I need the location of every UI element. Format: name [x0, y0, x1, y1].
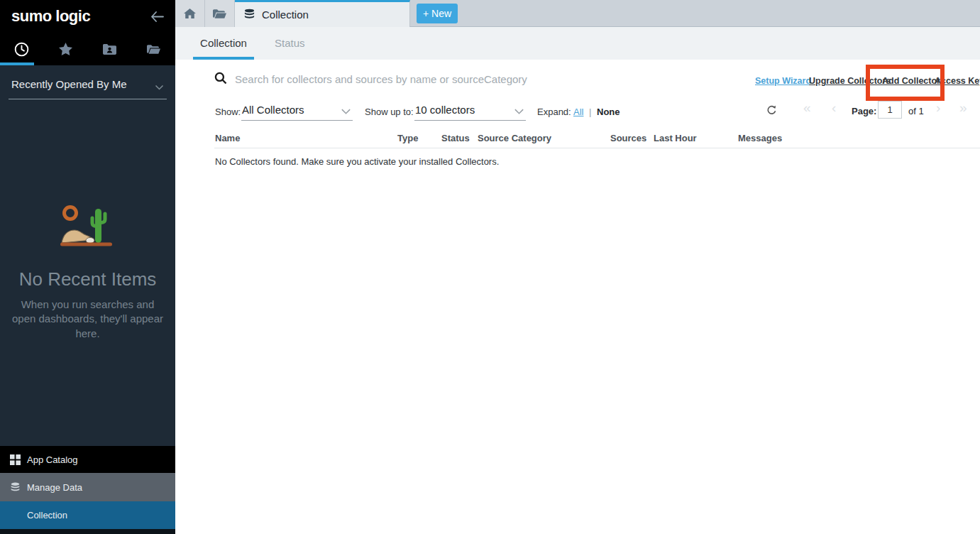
tab-recents[interactable] [0, 33, 44, 65]
sidebar-nav-spacer [0, 529, 175, 534]
desert-illustration [60, 205, 116, 250]
refresh-button[interactable] [766, 104, 777, 119]
access-keys-link[interactable]: Access Keys [935, 76, 980, 86]
recently-opened-label: Recently Opened By Me [11, 78, 127, 90]
page-count-label: of 1 [908, 106, 924, 116]
expand-none-link[interactable]: None [597, 107, 620, 117]
new-button[interactable]: + New [417, 4, 458, 23]
chevron-down-icon [155, 85, 164, 90]
expand-separator: | [589, 107, 591, 117]
home-icon [184, 9, 196, 19]
table-empty-message: No Collectors found. Make sure you activ… [215, 156, 499, 167]
recently-opened-dropdown[interactable]: Recently Opened By Me [9, 65, 167, 99]
column-header-last-hour[interactable]: Last Hour [654, 133, 697, 143]
column-header-messages[interactable]: Messages [738, 133, 782, 143]
tab-favorites[interactable] [44, 33, 88, 65]
search-icon [214, 72, 227, 85]
column-header-sources[interactable]: Sources [610, 133, 646, 143]
sidebar: sumo logic Recently Opened By Me [0, 0, 175, 534]
column-header-status[interactable]: Status [441, 133, 470, 143]
table-header-divider [214, 148, 980, 148]
show-filter-dropdown[interactable]: All Collectors [242, 104, 304, 116]
tab-status[interactable]: Status [275, 27, 305, 60]
pagination-next-button[interactable]: › [936, 100, 940, 116]
chevron-down-icon[interactable] [341, 109, 351, 115]
open-folder-icon [147, 44, 160, 55]
pagination-prev-button[interactable]: ‹ [832, 100, 836, 116]
home-button[interactable] [175, 0, 205, 27]
library-tabs [0, 33, 175, 65]
sidebar-item-label: App Catalog [27, 454, 78, 465]
shared-folder-icon [103, 44, 116, 55]
column-header-name[interactable]: Name [215, 133, 240, 143]
sidebar-item-manage-data[interactable]: Manage Data [0, 473, 175, 501]
column-header-type[interactable]: Type [397, 133, 418, 143]
sidebar-item-collection[interactable]: Collection [0, 501, 175, 529]
empty-state-description: When you run searches and open dashboard… [11, 298, 165, 341]
sumo-logic-app: sumo logic Recently Opened By Me [0, 0, 980, 534]
window-tab-strip: Collection + New [175, 0, 980, 27]
window-tab-collection[interactable]: Collection [235, 0, 410, 27]
refresh-icon [766, 104, 777, 116]
tab-folders[interactable] [131, 33, 175, 65]
tab-label: Status [275, 37, 305, 49]
page-label: Page: [852, 106, 876, 116]
sumo-logic-logo: sumo logic [11, 7, 90, 26]
new-button-label: + New [423, 8, 451, 19]
expand-all-link[interactable]: All [573, 107, 583, 117]
app-grid-icon [10, 454, 21, 465]
clock-icon [14, 42, 29, 57]
main-area: Collection + New Collection Status Setup… [175, 0, 980, 534]
sidebar-bottom-nav: App Catalog Manage Data Collection [0, 446, 175, 534]
limit-filter-label: Show up to: [365, 107, 414, 117]
library-button[interactable] [205, 0, 235, 27]
pagination-last-button[interactable]: » [959, 100, 967, 116]
logo-bar: sumo logic [0, 0, 175, 33]
active-tab-underline [193, 57, 254, 60]
expand-label: Expand: [537, 107, 571, 117]
upgrade-collectors-link[interactable]: Upgrade Collectors [809, 76, 891, 86]
sidebar-item-app-catalog[interactable]: App Catalog [0, 446, 175, 473]
dropdown-underline [414, 120, 526, 121]
sidebar-empty-state: No Recent Items When you run searches an… [0, 205, 175, 341]
window-tab-label: Collection [262, 9, 309, 21]
tab-label: Collection [200, 37, 247, 49]
sidebar-item-label: Collection [27, 510, 67, 521]
tab-collection[interactable]: Collection [193, 27, 254, 60]
page-number-input[interactable] [878, 101, 902, 119]
column-header-source-category[interactable]: Source Category [478, 133, 551, 143]
back-arrow-icon [150, 11, 164, 22]
page-tabs: Collection Status [175, 27, 980, 60]
pagination-first-button[interactable]: « [803, 100, 811, 116]
show-filter-label: Show: [215, 107, 241, 117]
add-collector-link[interactable]: Add Collector [882, 76, 940, 86]
chevron-down-icon[interactable] [514, 109, 524, 115]
empty-state-title: No Recent Items [0, 268, 175, 290]
sidebar-item-label: Manage Data [27, 482, 82, 493]
database-icon [10, 482, 21, 493]
setup-wizard-link[interactable]: Setup Wizard [755, 76, 811, 86]
open-folder-icon [213, 9, 226, 19]
limit-filter-dropdown[interactable]: 10 collectors [415, 104, 475, 116]
collapse-sidebar-button[interactable] [150, 11, 164, 22]
tab-shared-content[interactable] [88, 33, 132, 65]
dropdown-underline [241, 120, 353, 121]
search-input[interactable] [235, 70, 668, 88]
star-icon [59, 43, 72, 55]
database-icon [243, 9, 255, 21]
